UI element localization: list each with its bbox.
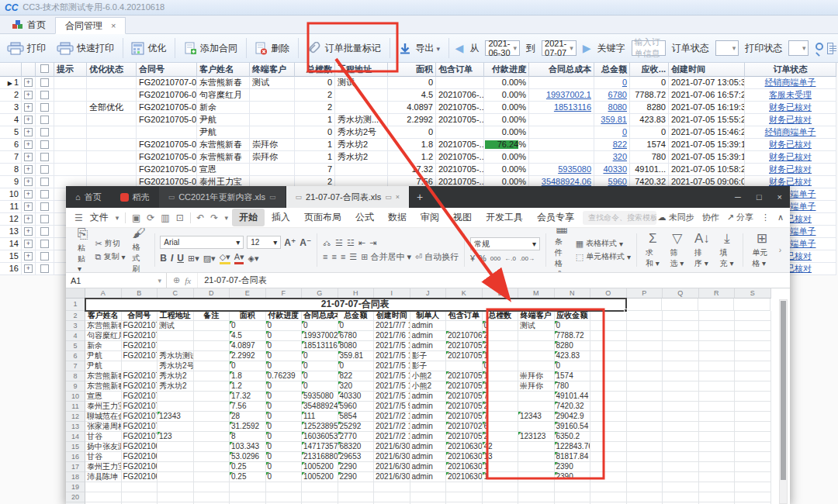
sheet-cell[interactable]: 20210705- <box>446 381 483 392</box>
sheet-cell[interactable]: 8280 <box>555 341 591 351</box>
row-checkbox[interactable] <box>40 202 49 211</box>
sheet-cell[interactable]: 0 <box>302 371 338 381</box>
sheet-cell[interactable] <box>590 412 627 422</box>
chevron-down-icon[interactable]: ▾ <box>222 214 230 222</box>
sheet-cell[interactable]: FG202107 <box>122 381 158 392</box>
sheet-cell[interactable] <box>446 492 483 502</box>
excel-menu-3[interactable]: 公式 <box>348 209 381 226</box>
sheet-cell[interactable] <box>230 482 266 492</box>
sheet-cell[interactable]: 53.0296 <box>230 452 266 462</box>
sheet-cell[interactable]: FG202107 <box>122 331 158 341</box>
sheet-cell[interactable] <box>699 452 736 462</box>
merge-center-button[interactable]: ⊞合并居中 ▾ <box>361 251 411 263</box>
shading-icon[interactable]: ▨▾ <box>203 254 216 264</box>
sheet-cell[interactable] <box>663 341 699 351</box>
sheet-cell[interactable]: 1.2 <box>230 381 266 392</box>
sheet-cell[interactable] <box>518 402 555 412</box>
sheet-cell[interactable] <box>555 492 591 502</box>
sheet-cell[interactable] <box>518 422 555 432</box>
expand-icon[interactable]: + <box>24 264 33 273</box>
expand-icon[interactable]: + <box>24 103 33 112</box>
sheet-cell[interactable]: admin <box>410 341 447 351</box>
sheet-cell[interactable]: FG202107 <box>122 422 158 432</box>
more-icon[interactable]: ⋮ <box>761 212 770 223</box>
sheet-cell[interactable] <box>735 311 771 321</box>
sheet-cell[interactable] <box>194 402 230 412</box>
sheet-cell[interactable] <box>590 472 627 482</box>
sheet-cell[interactable]: 4.5 <box>230 331 266 341</box>
sheet-cell[interactable]: 1 <box>483 351 519 361</box>
sheet-cell[interactable] <box>663 442 699 452</box>
sheet-cell[interactable]: 0 <box>483 361 519 371</box>
sheet-cell[interactable] <box>735 492 771 502</box>
sheet-cell[interactable] <box>735 361 771 371</box>
sheet-cell[interactable] <box>518 341 555 351</box>
quick-print-button[interactable]: 快速打印 <box>54 40 116 57</box>
row-checkbox[interactable] <box>40 153 49 161</box>
row-checkbox[interactable] <box>40 103 49 112</box>
sheet-cell[interactable] <box>663 371 699 381</box>
sheet-header-cell[interactable]: 面积 <box>230 311 266 321</box>
sheet-col-header[interactable]: E <box>230 288 266 299</box>
sheet-cell[interactable] <box>699 422 736 432</box>
row-checkbox[interactable] <box>40 252 49 261</box>
sheet-cell[interactable]: 6350.2 <box>555 432 591 442</box>
sheet-cell[interactable] <box>699 371 736 381</box>
sheet-cell[interactable]: 秀水坊2 <box>158 371 194 381</box>
sheet-cell[interactable]: 崇拜你 <box>518 381 555 392</box>
sheet-cell[interactable]: 2021/7/5 1 <box>374 392 410 402</box>
sheet-col-header[interactable]: H <box>338 288 375 299</box>
sheet-cell[interactable] <box>590 442 627 452</box>
table-style-button[interactable]: ▦表格样式 ▾ <box>576 238 631 249</box>
sheet-cell[interactable]: 122843.76 <box>555 442 591 452</box>
expand-icon[interactable]: + <box>24 91 33 99</box>
sheet-cell[interactable] <box>627 331 663 341</box>
sheet-cell[interactable]: 17.32 <box>230 392 266 402</box>
sheet-cell[interactable] <box>699 412 736 422</box>
sheet-cell[interactable] <box>699 492 736 502</box>
sheet-cell[interactable] <box>230 492 266 502</box>
sheet-cell[interactable] <box>122 492 158 502</box>
font-name-select[interactable]: Arial▾ <box>160 236 244 249</box>
sheet-cell[interactable] <box>663 462 699 472</box>
sheet-cell[interactable]: 25292 <box>338 422 375 432</box>
expand-icon[interactable]: + <box>24 140 33 149</box>
sheet-cell[interactable] <box>735 462 771 472</box>
sheet-cell[interactable] <box>627 472 663 482</box>
font-color-icon[interactable]: A▾ <box>234 252 244 264</box>
sheet-cell[interactable]: FG202107 <box>122 392 158 402</box>
sheet-cell[interactable]: 822 <box>338 371 375 381</box>
sheet-col-header[interactable]: C <box>158 288 194 299</box>
sheet-cell[interactable] <box>590 462 627 472</box>
sheet-cell[interactable]: 20210705- <box>446 351 483 361</box>
sheet-cell[interactable] <box>194 381 230 392</box>
sheet-cell[interactable]: 2021/6/30 <box>374 462 410 472</box>
expand-icon[interactable]: + <box>24 128 33 136</box>
sheet-cell[interactable] <box>446 482 483 492</box>
sheet-cell[interactable]: 1574 <box>555 371 591 381</box>
collab-button[interactable]: 协作 <box>702 212 719 223</box>
sheet-col-header[interactable]: K <box>446 288 483 299</box>
sheet-cell[interactable] <box>590 371 627 381</box>
sheet-corner[interactable] <box>66 288 85 299</box>
align-bottom-icon[interactable]: ☳ <box>347 238 355 248</box>
sheet-cell[interactable] <box>699 381 736 392</box>
sheet-cell[interactable]: 7 <box>483 412 519 422</box>
sheet-cell[interactable]: 359.81 <box>338 351 375 361</box>
sheet-cell[interactable]: 20210702- <box>446 422 483 432</box>
row-checkbox[interactable] <box>40 165 49 174</box>
sheet-cell[interactable]: 0 <box>338 361 375 371</box>
sheet-cell[interactable] <box>410 482 447 492</box>
sheet-cell[interactable] <box>85 492 122 502</box>
from-date-select[interactable]: 2021-06-30▾ <box>485 40 520 56</box>
sheet-cell[interactable] <box>663 381 699 392</box>
sheet-cell[interactable] <box>85 482 122 492</box>
sheet-cell[interactable]: admin <box>410 442 447 452</box>
cells-button[interactable]: ⊞单元格 ▾ <box>749 232 775 269</box>
new-doc-tab-button[interactable]: + <box>410 186 430 208</box>
sheet-cell[interactable] <box>699 331 736 341</box>
sheet-cell[interactable]: 0 <box>266 381 303 392</box>
sheet-cell[interactable] <box>734 299 770 311</box>
prev-arrow-icon[interactable]: ◀ <box>455 42 464 54</box>
sheet-cell[interactable] <box>627 381 663 392</box>
